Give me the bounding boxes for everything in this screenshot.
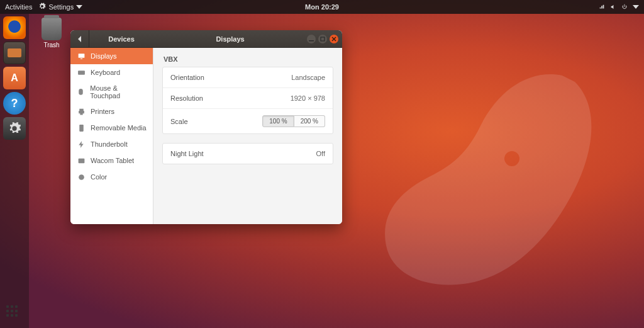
color-icon <box>77 172 86 181</box>
show-applications-button[interactable] <box>6 305 21 320</box>
scale-100-button[interactable]: 100 % <box>262 115 294 127</box>
content-pane: VBX Orientation Landscape Resolution 192… <box>153 48 342 224</box>
settings-sidebar: Displays Keyboard Mouse & Touchpad Print… <box>70 48 153 224</box>
sidebar-item-displays[interactable]: Displays <box>70 48 153 64</box>
sidebar-item-label: Color <box>91 173 107 181</box>
printer-icon <box>77 107 86 116</box>
row-value: 1920 × 978 <box>291 94 325 102</box>
chevron-down-icon <box>76 4 82 10</box>
svg-point-7 <box>79 174 84 180</box>
removable-icon <box>77 123 86 132</box>
sidebar-item-label: Printers <box>91 108 114 115</box>
row-label: Night Light <box>170 150 204 157</box>
sidebar-item-keyboard[interactable]: Keyboard <box>70 64 153 81</box>
sidebar-item-removable[interactable]: Removable Media <box>70 120 153 136</box>
sidebar-item-wacom[interactable]: Wacom Tablet <box>70 152 153 169</box>
dock <box>0 14 29 328</box>
svg-rect-1 <box>321 37 325 41</box>
back-button[interactable] <box>70 30 89 47</box>
trash-desktop-icon[interactable]: Trash <box>36 18 67 48</box>
system-status-area[interactable] <box>599 4 639 10</box>
panel-app-menu[interactable]: Settings <box>38 3 82 11</box>
row-value: Off <box>316 150 325 157</box>
dock-help[interactable] <box>3 92 26 115</box>
activities-button[interactable]: Activities <box>5 3 32 11</box>
svg-rect-6 <box>78 158 84 163</box>
sidebar-item-label: Wacom Tablet <box>91 157 134 164</box>
volume-icon <box>610 4 616 10</box>
dock-software[interactable] <box>3 67 26 89</box>
trash-label: Trash <box>36 42 67 48</box>
row-label: Scale <box>170 118 188 125</box>
sidebar-item-printers[interactable]: Printers <box>70 103 153 120</box>
dock-files[interactable] <box>3 42 26 64</box>
section-title: Devices <box>89 35 153 43</box>
svg-rect-4 <box>78 71 85 75</box>
row-value: Landscape <box>291 74 325 81</box>
maximize-button[interactable] <box>318 35 327 43</box>
settings-window: Devices Displays Displays Keyboard Mouse… <box>70 30 342 224</box>
trash-icon <box>42 18 62 40</box>
tablet-icon <box>77 156 86 165</box>
minimize-button[interactable] <box>307 35 316 43</box>
svg-rect-3 <box>80 58 82 59</box>
sidebar-item-label: Removable Media <box>91 124 147 132</box>
sidebar-item-thunderbolt[interactable]: Thunderbolt <box>70 136 153 152</box>
display-icon <box>77 52 86 60</box>
sidebar-item-color[interactable]: Color <box>70 169 153 185</box>
row-label: Orientation <box>170 74 204 81</box>
svg-rect-5 <box>79 125 84 132</box>
scale-toggle: 100 % 200 % <box>262 115 325 127</box>
mouse-icon <box>77 88 85 96</box>
svg-rect-2 <box>78 54 84 58</box>
dock-settings[interactable] <box>3 117 26 140</box>
titlebar[interactable]: Devices Displays <box>70 30 342 48</box>
keyboard-icon <box>77 68 86 77</box>
power-icon <box>621 4 628 10</box>
sidebar-item-label: Mouse & Touchpad <box>90 84 147 99</box>
orientation-row[interactable]: Orientation Landscape <box>163 67 333 88</box>
thunderbolt-icon <box>77 140 86 149</box>
chevron-down-icon <box>633 4 639 10</box>
top-panel: Activities Settings Mon 20:29 <box>0 0 644 14</box>
row-label: Resolution <box>170 94 203 102</box>
clock[interactable]: Mon 20:29 <box>305 3 339 11</box>
wallpaper-bird <box>323 50 625 302</box>
scale-200-button[interactable]: 200 % <box>294 115 325 127</box>
monitor-name: VBX <box>162 55 333 63</box>
page-title: Displays <box>153 35 307 43</box>
night-light-row[interactable]: Night Light Off <box>163 144 333 164</box>
display-settings-card: Orientation Landscape Resolution 1920 × … <box>162 67 333 134</box>
scale-row: Scale 100 % 200 % <box>163 108 333 133</box>
sidebar-item-label: Keyboard <box>91 69 120 76</box>
sidebar-item-mouse[interactable]: Mouse & Touchpad <box>70 81 153 103</box>
dock-firefox[interactable] <box>3 16 26 39</box>
night-light-card: Night Light Off <box>162 143 333 164</box>
resolution-row[interactable]: Resolution 1920 × 978 <box>163 88 333 108</box>
network-icon <box>599 4 605 10</box>
svg-rect-0 <box>309 40 314 42</box>
close-button[interactable] <box>330 35 338 43</box>
sidebar-item-label: Displays <box>91 52 117 60</box>
sidebar-item-label: Thunderbolt <box>91 140 128 148</box>
